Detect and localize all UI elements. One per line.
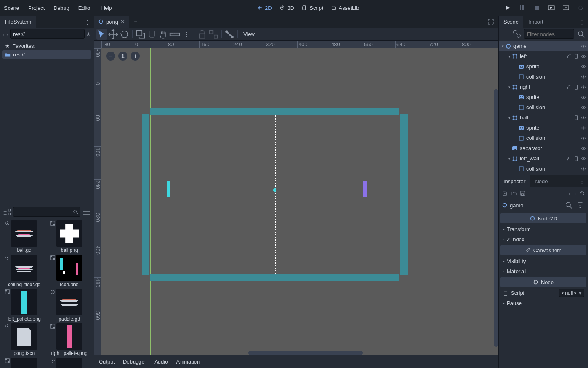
favorites-header[interactable]: ★ Favorites: — [2, 42, 91, 50]
fs-tree-toggle-icon[interactable] — [2, 207, 11, 216]
history-forward-icon[interactable]: › — [574, 191, 576, 197]
vis-icon[interactable] — [581, 125, 586, 131]
menu-help[interactable]: Help — [101, 5, 112, 11]
scene-tree[interactable]: ▾game▾leftspritecollision▾rightspritecol… — [499, 40, 588, 175]
filter-search-icon[interactable] — [577, 29, 586, 38]
file-item[interactable]: paddle.gd — [48, 289, 91, 322]
viewport[interactable]: -80080160240320400480560640720800 -80080… — [94, 41, 498, 355]
import-tab[interactable]: Import — [523, 16, 548, 28]
menu-project[interactable]: Project — [28, 5, 45, 11]
inspector-search-icon[interactable] — [564, 201, 573, 210]
filesystem-tab[interactable]: FileSystem — [0, 16, 36, 28]
vis-icon[interactable] — [581, 54, 586, 59]
res-root-item[interactable]: res:// — [2, 50, 91, 59]
add-scene-tab-icon[interactable]: ＋ — [129, 16, 143, 28]
vis-icon[interactable] — [581, 166, 586, 172]
vis-icon[interactable] — [581, 105, 586, 110]
prop-transform[interactable]: ▸Transform — [500, 224, 586, 234]
rotate-tool-icon[interactable] — [119, 29, 130, 40]
tree-node[interactable]: ▾game — [499, 41, 588, 51]
close-tab-icon[interactable]: ✕ — [120, 19, 125, 25]
move-tool-icon[interactable] — [108, 29, 118, 40]
zoom-out-icon[interactable]: − — [106, 52, 115, 61]
audio-tab[interactable]: Audio — [154, 359, 168, 365]
viewport-scrollbar-vertical[interactable] — [494, 89, 498, 347]
zoom-in-icon[interactable]: + — [131, 52, 140, 61]
animation-tab[interactable]: Animation — [176, 359, 200, 365]
tree-node[interactable]: sprite — [499, 61, 588, 72]
debugger-tab[interactable]: Debugger — [123, 359, 146, 365]
nav-back-icon[interactable]: ‹ — [2, 29, 5, 38]
node-tab[interactable]: Node — [530, 175, 552, 187]
viewport-scrollbar-horizontal[interactable] — [248, 351, 363, 355]
file-item[interactable]: ceiling_floor.gd — [2, 255, 46, 287]
zoom-reset-icon[interactable]: 1 — [118, 52, 127, 61]
scene-tree-tab[interactable]: Scene — [499, 16, 523, 28]
distraction-free-icon[interactable] — [577, 4, 584, 11]
add-node-icon[interactable]: ＋ — [501, 29, 510, 38]
workspace-2d[interactable]: 2D — [257, 5, 272, 11]
stop-icon[interactable] — [533, 4, 540, 11]
fs-search-input[interactable] — [13, 207, 80, 217]
script-icon[interactable] — [573, 84, 579, 90]
inspector-filter-icon[interactable] — [576, 201, 585, 210]
file-item[interactable]: wall.gd — [48, 358, 91, 368]
tree-node[interactable]: collision — [499, 102, 588, 112]
history-back-icon[interactable]: ‹ — [569, 191, 570, 197]
vis-icon[interactable] — [581, 64, 586, 70]
select-tool-icon[interactable] — [96, 29, 107, 40]
filesystem-options-icon[interactable]: ⋮ — [82, 16, 94, 28]
play-scene-icon[interactable] — [548, 4, 555, 11]
path-input[interactable] — [10, 29, 85, 39]
fs-list-view-icon[interactable] — [82, 207, 91, 216]
inspector-tab[interactable]: Inspector — [499, 175, 530, 187]
tree-node[interactable]: collision — [499, 133, 588, 143]
prop-z-index[interactable]: ▸Z Index — [500, 234, 586, 245]
history-icon[interactable] — [579, 191, 585, 196]
vis-icon[interactable] — [581, 135, 586, 141]
play-custom-scene-icon[interactable] — [563, 4, 569, 11]
lock-tool-icon[interactable] — [197, 29, 207, 40]
script-icon[interactable] — [573, 156, 579, 162]
vis-icon[interactable] — [581, 84, 586, 90]
tree-node[interactable]: sprite — [499, 92, 588, 102]
list-select-tool-icon[interactable] — [135, 29, 146, 40]
vis-icon[interactable] — [581, 156, 586, 162]
menu-debug[interactable]: Debug — [53, 5, 69, 11]
file-item[interactable]: ball.png — [48, 220, 91, 253]
workspace-assetlib[interactable]: AssetLib — [331, 5, 359, 11]
prop-pause[interactable]: ▸Pause — [500, 298, 586, 308]
inspector-options-icon[interactable]: ⋮ — [576, 175, 588, 187]
group-tool-icon[interactable] — [208, 29, 219, 40]
scene-panel-options-icon[interactable]: ⋮ — [576, 16, 588, 28]
tree-node[interactable]: ▾ball — [499, 112, 588, 123]
tree-toggle-icon[interactable]: ▾ — [500, 44, 505, 48]
file-item[interactable]: right_pallete.png — [48, 323, 91, 356]
vis-icon[interactable] — [581, 43, 586, 49]
file-item[interactable]: left_pallete.png — [2, 289, 46, 322]
favorite-icon[interactable]: ★ — [86, 29, 91, 38]
prop-script[interactable]: Script <null> — [500, 288, 586, 298]
distraction-toggle-icon[interactable] — [483, 16, 498, 28]
tree-node[interactable]: collision — [499, 72, 588, 82]
tree-node[interactable]: sprite — [499, 123, 588, 133]
ruler-tool-icon[interactable] — [169, 29, 180, 40]
menu-scene[interactable]: Scene — [4, 5, 19, 11]
sig-icon[interactable] — [566, 84, 572, 90]
load-resource-icon[interactable] — [511, 191, 517, 196]
vis-icon[interactable] — [581, 146, 586, 151]
save-resource-icon[interactable] — [520, 191, 526, 196]
view-menu[interactable]: View — [240, 31, 258, 37]
prop-material[interactable]: ▸Material — [500, 266, 586, 276]
output-tab[interactable]: Output — [99, 359, 115, 365]
scene-file-tab[interactable]: pong ✕ — [94, 16, 129, 28]
file-item[interactable]: separator.png — [2, 358, 46, 368]
nav-forward-icon[interactable]: › — [7, 29, 9, 38]
snap-tool-icon[interactable] — [147, 29, 157, 40]
file-item[interactable]: pong.tscn — [2, 323, 46, 356]
file-item[interactable]: icon.png — [48, 255, 91, 287]
filter-nodes-input[interactable] — [524, 29, 574, 39]
workspace-3d[interactable]: 3D — [279, 5, 294, 11]
bone-tool-icon[interactable] — [224, 29, 235, 40]
sig-icon[interactable] — [566, 54, 572, 59]
